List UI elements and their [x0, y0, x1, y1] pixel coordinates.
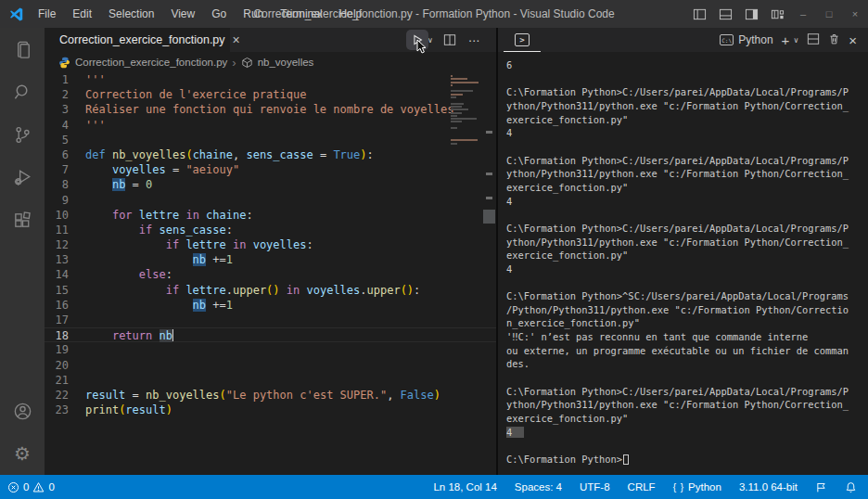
terminal-panel: > C:\ Python + ∨	[496, 28, 868, 475]
breadcrumb-file[interactable]: Correction_exercice_fonction.py	[75, 57, 227, 68]
terminal-cursor	[623, 454, 629, 465]
account-icon[interactable]	[0, 390, 45, 432]
breadcrumb-separator-icon: ›	[232, 56, 236, 70]
line-number: 21	[45, 373, 85, 388]
python-interpreter[interactable]: 3.11.0 64-bit	[737, 481, 799, 493]
line-number: 11	[45, 223, 85, 237]
run-python-file-button[interactable]	[406, 30, 428, 50]
code-line-16[interactable]: 16 nb +=1	[45, 298, 496, 313]
more-actions-icon[interactable]: ⋯	[463, 30, 485, 50]
customize-layout-icon[interactable]	[764, 0, 790, 28]
feedback-icon[interactable]	[813, 481, 829, 493]
python-file-icon	[58, 57, 70, 69]
code-line-7[interactable]: 7 voyelles = "aeiouy"	[45, 162, 496, 177]
new-terminal-icon[interactable]: +	[782, 32, 790, 48]
terminal-line: ou externe, un programme exécutable ou u…	[506, 344, 868, 358]
terminal-line	[506, 371, 868, 385]
code-line-18[interactable]: 18 return nb	[45, 327, 496, 342]
encoding[interactable]: UTF-8	[578, 481, 612, 493]
toggle-sidebar-icon[interactable]	[686, 0, 712, 28]
title-bar: FileEditSelectionViewGoRunTerminalHelp C…	[0, 0, 868, 28]
source-control-icon[interactable]	[0, 113, 45, 156]
close-window-button[interactable]: ×	[842, 0, 868, 28]
status-bar: 0 0 Ln 18, Col 14 Spaces: 4 UTF-8 CRLF {…	[0, 475, 868, 499]
code-line-15[interactable]: 15 if lettre.upper() in voyelles.upper()…	[45, 283, 496, 298]
menu-file[interactable]: File	[30, 0, 64, 28]
line-number: 16	[45, 298, 85, 313]
run-dropdown-chevron-icon[interactable]: ∨	[428, 36, 437, 45]
problems-status[interactable]: 0 0	[7, 481, 55, 493]
code-line-19[interactable]: 19	[45, 342, 496, 357]
terminal-instance-label[interactable]: C:\ Python	[720, 33, 772, 46]
code-line-22[interactable]: 22result = nb_voyelles("Le python c'est …	[45, 388, 496, 403]
eol-sequence[interactable]: CRLF	[626, 481, 657, 493]
kill-terminal-icon[interactable]	[828, 32, 840, 48]
activity-bar: ⚙	[0, 28, 45, 475]
settings-gear-icon[interactable]: ⚙	[0, 432, 45, 475]
terminal-line: exercice_fonction.py"	[506, 181, 868, 195]
line-number: 20	[45, 358, 85, 373]
code-line-1[interactable]: 1'''	[45, 72, 496, 87]
toggle-secondary-sidebar-icon[interactable]	[738, 0, 764, 28]
code-line-9[interactable]: 9	[45, 193, 496, 208]
toggle-panel-icon[interactable]	[712, 0, 738, 28]
indentation[interactable]: Spaces: 4	[513, 481, 564, 493]
close-panel-icon[interactable]: ×	[849, 32, 857, 48]
notifications-bell-icon[interactable]	[843, 481, 859, 493]
explorer-icon[interactable]	[0, 28, 45, 70]
code-line-21[interactable]: 21	[45, 373, 496, 388]
terminal-line	[506, 276, 868, 290]
code-line-11[interactable]: 11 if sens_casse:	[45, 223, 496, 237]
menu-edit[interactable]: Edit	[64, 0, 100, 28]
code-line-20[interactable]: 20	[45, 358, 496, 373]
code-line-10[interactable]: 10 for lettre in chaine:	[45, 208, 496, 223]
code-line-17[interactable]: 17	[45, 313, 496, 327]
code-line-12[interactable]: 12 if lettre in voyelles:	[45, 237, 496, 252]
code-line-2[interactable]: 2Correction de l'exercice pratique	[45, 87, 496, 102]
code-editor[interactable]: 1'''2Correction de l'exercice pratique3R…	[45, 72, 496, 475]
code-line-6[interactable]: 6def nb_voyelles(chaine, sens_casse = Tr…	[45, 147, 496, 162]
line-number: 15	[45, 283, 85, 298]
terminal-line: C:\Formation Python>C:/Users/parei/AppDa…	[506, 222, 868, 236]
line-number: 7	[45, 162, 85, 177]
scrollbar-slider[interactable]	[483, 210, 495, 224]
terminal-line: des.	[506, 357, 868, 371]
line-number: 12	[45, 237, 85, 252]
code-line-13[interactable]: 13 nb +=1	[45, 252, 496, 267]
warning-count: 0	[48, 481, 54, 493]
cursor-position[interactable]: Ln 18, Col 14	[431, 481, 498, 493]
split-terminal-icon[interactable]	[807, 32, 820, 48]
tab-correction-exercice-fonction[interactable]: Correction_exercice_fonction.py ×	[45, 28, 230, 52]
terminal-line: ython/Python311/python.exe "c:/Formation…	[506, 398, 868, 412]
line-number: 17	[45, 313, 85, 327]
menu-go[interactable]: Go	[203, 0, 235, 28]
terminal-content[interactable]: 6 C:\Formation Python>C:/Users/parei/App…	[498, 52, 868, 475]
code-line-3[interactable]: 3Réaliser une fonction qui renvoie le no…	[45, 102, 496, 117]
editor-actions: ∨ ⋯	[406, 28, 496, 52]
tab-close-icon[interactable]: ×	[231, 33, 242, 46]
split-editor-icon[interactable]	[439, 30, 461, 50]
code-line-23[interactable]: 23print(result)	[45, 403, 496, 417]
menu-selection[interactable]: Selection	[100, 0, 162, 28]
minimize-button[interactable]: –	[790, 0, 816, 28]
code-lines: 1'''2Correction de l'exercice pratique3R…	[45, 72, 496, 417]
tab-terminal[interactable]: >	[504, 28, 541, 52]
run-debug-icon[interactable]	[0, 156, 45, 198]
minimap[interactable]	[451, 75, 480, 146]
code-line-14[interactable]: 14 else:	[45, 267, 496, 282]
language-mode[interactable]: { } Python	[671, 481, 723, 493]
breadcrumb-symbol[interactable]: nb_voyelles	[258, 57, 314, 68]
search-icon[interactable]	[0, 70, 45, 113]
terminal-line: C:\Formation Python>	[506, 453, 868, 467]
terminal-line: exercice_fonction.py"	[506, 249, 868, 262]
cmd-terminal-icon: C:\	[720, 34, 734, 45]
restore-button[interactable]: □	[816, 0, 842, 28]
code-line-5[interactable]: 5	[45, 133, 496, 147]
terminal-dropdown-chevron-icon[interactable]: ∨	[793, 36, 798, 45]
code-line-8[interactable]: 8 nb = 0	[45, 177, 496, 192]
menu-view[interactable]: View	[162, 0, 203, 28]
code-line-4[interactable]: 4'''	[45, 118, 496, 133]
line-number: 23	[45, 403, 85, 417]
line-number: 14	[45, 267, 85, 282]
extensions-icon[interactable]	[0, 198, 45, 241]
